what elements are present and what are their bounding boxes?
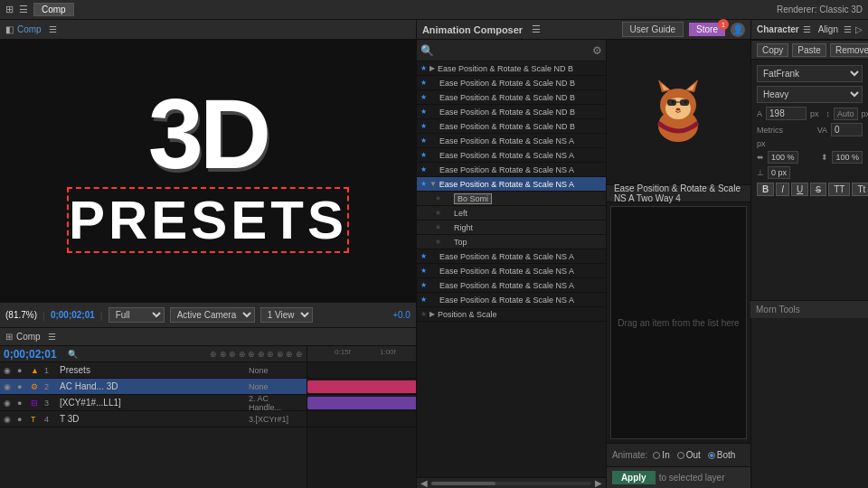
list-item[interactable]: ★ Top — [417, 235, 606, 249]
anim-footer: Animate: In Out Both — [607, 443, 750, 466]
list-item[interactable]: ★ Ease Position & Rotate & Scale NS A — [417, 163, 606, 177]
strikethrough-button[interactable]: S̶ — [810, 183, 826, 196]
preview-label: Ease Position & Rotate & Scale NS A Two … — [607, 184, 750, 202]
preview-canvas: Drag an item from the list here — [610, 206, 747, 439]
baseline-row: ⊥ 0 px — [757, 166, 863, 179]
list-item[interactable]: ★ Ease Position & Rotate & Scale NS A — [417, 293, 606, 307]
store-button[interactable]: Store 1 — [689, 23, 725, 36]
table-row: ◉ ● ⚙ 2 AC Hand... 3D None — [0, 379, 307, 395]
tracking-input[interactable] — [831, 123, 863, 136]
radio-both[interactable]: Both — [708, 450, 736, 460]
user-guide-button[interactable]: User Guide — [622, 22, 684, 37]
item-label: Ease Position & Rotate & Scale NS A — [439, 151, 574, 160]
svg-marker-3 — [685, 80, 698, 92]
arrow-icon: ▶ — [429, 310, 435, 318]
user-avatar[interactable]: 👤 — [731, 23, 745, 37]
paste-button[interactable]: Paste — [792, 43, 826, 57]
anim-list-search: 🔍 ⚙ — [417, 40, 606, 61]
item-label: Ease Position & Rotate & Scale ND B — [439, 93, 575, 102]
zoom-level: (81.7%) — [5, 310, 37, 320]
gear-icon[interactable]: ⚙ — [592, 44, 602, 57]
leading-unit: px — [862, 109, 868, 118]
renderer-label: Renderer: Classic 3D — [777, 5, 863, 14]
radio-in[interactable]: In — [653, 450, 669, 460]
list-item[interactable]: ★ Left — [417, 206, 606, 221]
list-item[interactable]: ★ Ease Position & Rotate & Scale NS A — [417, 249, 606, 264]
star-icon: ★ — [420, 151, 427, 159]
tracking-icon: VA — [817, 126, 827, 135]
font-weight-row: Heavy — [757, 86, 863, 103]
search-icon: 🔍 — [68, 350, 78, 359]
offset-label: +0.0 — [392, 310, 410, 320]
table-row: ◉ ● ⊟ 3 [XCY#1#...LL1] 2. AC Handle... — [0, 395, 307, 411]
font-weight-select[interactable]: Heavy — [757, 86, 863, 103]
track-bar-2 — [307, 380, 416, 393]
list-item[interactable]: ★ ▼ Ease Position & Rotate & Scale NS A — [417, 177, 606, 192]
layer-num-2: 2 — [44, 382, 57, 391]
font-size-input[interactable] — [766, 107, 807, 120]
allcaps-button[interactable]: TT — [828, 183, 850, 196]
sub-item-label: Left — [454, 209, 467, 218]
list-item[interactable]: ★ Ease Position & Rotate & Scale ND B — [417, 76, 606, 90]
apply-button[interactable]: Apply — [612, 471, 656, 484]
layer-name-2: AC Hand... 3D — [60, 381, 152, 391]
item-label: Ease Position & Rotate & Scale ND B — [439, 79, 575, 88]
main-layout: ◧ Comp ☰ 3D PRESETS (81.7%) | 0;00;02;01… — [0, 20, 868, 488]
expand-icon[interactable]: ▷ — [855, 24, 863, 34]
list-item[interactable]: ★ Ease Position & Rotate & Scale ND B — [417, 90, 606, 105]
char-menu-icon: ☰ — [803, 24, 811, 34]
search-input[interactable] — [438, 45, 589, 55]
item-label: Ease Position & Rotate & Scale ND B — [438, 64, 573, 73]
list-item[interactable]: ★ Ease Position & Rotate & Scale ND B — [417, 119, 606, 134]
radio-group: In Out Both — [653, 450, 735, 460]
svg-rect-12 — [680, 99, 689, 106]
smallcaps-button[interactable]: Tt — [852, 183, 868, 196]
list-item[interactable]: ★ ▶ Ease Position & Rotate & Scale ND B — [417, 61, 606, 76]
resolution-select[interactable]: FullHalfQuarter — [108, 307, 165, 323]
anim-main: 🔍 ⚙ ★ ▶ Ease Position & Rotate & Scale N… — [417, 40, 750, 488]
sub-item-label: Top — [454, 238, 467, 247]
layer-name-3: [XCY#1#...LL1] — [60, 398, 152, 408]
item-label: Ease Position & Rotate & Scale NS A — [439, 165, 574, 174]
item-label: Ease Position & Rotate & Scale NS A — [439, 136, 574, 145]
comp-icon: ◧ — [5, 24, 14, 34]
align-menu-icon: ☰ — [844, 24, 852, 34]
timeline-menu: ☰ — [48, 332, 56, 342]
radio-out[interactable]: Out — [677, 450, 701, 460]
list-item[interactable]: ★ Bo Somi — [417, 192, 606, 206]
preview-label-text: Ease Position & Rotate & Scale NS A Two … — [614, 183, 743, 203]
hscale-val: 100 % — [768, 151, 798, 164]
comp-viewer: 3D PRESETS — [0, 40, 416, 302]
camera-select[interactable]: Active Camera — [170, 307, 255, 323]
comp-tab[interactable]: Comp — [33, 3, 74, 16]
svg-marker-2 — [658, 80, 671, 92]
list-item[interactable]: ★ Ease Position & Rotate & Scale NS A — [417, 278, 606, 293]
timeline-tracks: 0:15f 1:00f 1:15f 2:00f 2:15f 3:00f 3:15… — [307, 346, 416, 488]
radio-in-label: In — [662, 450, 669, 460]
underline-button[interactable]: U — [791, 183, 808, 196]
list-item[interactable]: ★ Right — [417, 221, 606, 235]
baseline-icon: ⊥ — [757, 168, 764, 177]
list-item[interactable]: ★ Ease Position & Rotate & Scale NS A — [417, 134, 606, 148]
list-item[interactable]: ★ Ease Position & Rotate & Scale NS A — [417, 264, 606, 278]
font-name-row: FatFrank — [757, 65, 863, 82]
view-select[interactable]: 1 View — [260, 307, 313, 323]
list-item[interactable]: ★ Ease Position & Rotate & Scale NS A — [417, 148, 606, 163]
italic-button[interactable]: I — [776, 183, 789, 196]
list-item[interactable]: ★ Ease Position & Rotate & Scale ND B — [417, 105, 606, 119]
star-icon: ★ — [420, 64, 427, 72]
comp-panel: ◧ Comp ☰ 3D PRESETS (81.7%) | 0;00;02;01… — [0, 20, 417, 488]
mascot-svg — [642, 76, 714, 148]
list-item[interactable]: ★ ▶ Position & Scale — [417, 307, 606, 322]
radio-dot-in — [653, 452, 660, 459]
scroll-bar[interactable]: ◀ ▶ — [417, 477, 606, 488]
layer-parent-2: None — [249, 382, 303, 391]
bold-button[interactable]: B — [757, 183, 774, 196]
copy-button[interactable]: Copy — [757, 43, 788, 57]
font-name-select[interactable]: FatFrank — [757, 65, 863, 82]
star-empty-icon: ★ — [435, 223, 441, 231]
remove-button[interactable]: Remove — [830, 43, 868, 57]
cols-icons: ⊕ ⊕ ⊕ ⊕ ⊕ ⊕ ⊕ ⊕ ⊕ ⊕ — [210, 350, 303, 359]
item-label: Ease Position & Rotate & Scale NS A — [439, 296, 574, 305]
radio-both-label: Both — [717, 450, 736, 460]
